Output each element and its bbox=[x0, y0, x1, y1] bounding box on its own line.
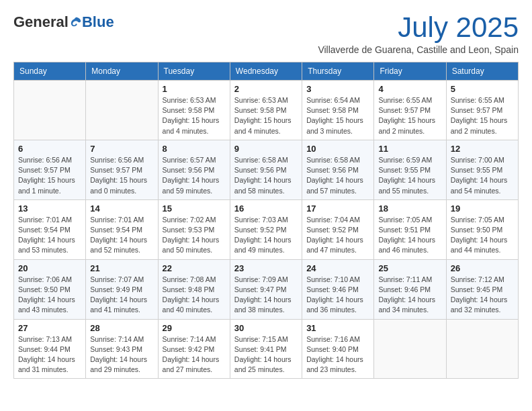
day-number: 17 bbox=[306, 203, 369, 214]
day-number: 20 bbox=[18, 263, 81, 273]
day-info: Sunrise: 7:08 AM Sunset: 9:48 PM Dayligh… bbox=[163, 275, 226, 316]
logo-blue-text: Blue bbox=[82, 13, 114, 31]
calendar-cell: 8Sunrise: 6:57 AM Sunset: 9:56 PM Daylig… bbox=[158, 140, 230, 199]
day-info: Sunrise: 7:13 AM Sunset: 9:44 PM Dayligh… bbox=[18, 334, 81, 375]
calendar-cell: 6Sunrise: 6:56 AM Sunset: 9:57 PM Daylig… bbox=[14, 140, 86, 199]
logo-general-text: General bbox=[13, 13, 69, 31]
day-info: Sunrise: 7:09 AM Sunset: 9:47 PM Dayligh… bbox=[234, 275, 298, 316]
location-subtitle: Villaverde de Guarena, Castille and Leon… bbox=[318, 44, 519, 55]
weekday-header-wednesday: Wednesday bbox=[230, 62, 302, 81]
calendar-cell: 25Sunrise: 7:11 AM Sunset: 9:46 PM Dayli… bbox=[374, 259, 446, 319]
day-info: Sunrise: 6:55 AM Sunset: 9:57 PM Dayligh… bbox=[378, 95, 441, 136]
day-number: 22 bbox=[163, 263, 226, 273]
calendar-cell: 21Sunrise: 7:07 AM Sunset: 9:49 PM Dayli… bbox=[86, 259, 158, 319]
logo-bird-icon bbox=[70, 16, 82, 28]
day-number: 4 bbox=[378, 84, 441, 94]
day-info: Sunrise: 7:12 AM Sunset: 9:45 PM Dayligh… bbox=[451, 275, 514, 316]
calendar-cell: 27Sunrise: 7:13 AM Sunset: 9:44 PM Dayli… bbox=[14, 319, 86, 379]
calendar-cell bbox=[374, 319, 446, 379]
calendar-cell: 20Sunrise: 7:06 AM Sunset: 9:50 PM Dayli… bbox=[14, 259, 86, 319]
day-info: Sunrise: 6:54 AM Sunset: 9:58 PM Dayligh… bbox=[306, 95, 369, 136]
day-number: 28 bbox=[90, 323, 153, 333]
month-year-title: July 2025 bbox=[318, 13, 519, 42]
weekday-header-monday: Monday bbox=[86, 62, 158, 81]
calendar-cell: 28Sunrise: 7:14 AM Sunset: 9:43 PM Dayli… bbox=[86, 319, 158, 379]
day-info: Sunrise: 7:11 AM Sunset: 9:46 PM Dayligh… bbox=[378, 275, 441, 316]
day-info: Sunrise: 7:05 AM Sunset: 9:51 PM Dayligh… bbox=[378, 215, 441, 256]
calendar-cell: 24Sunrise: 7:10 AM Sunset: 9:46 PM Dayli… bbox=[302, 259, 374, 319]
calendar-cell: 13Sunrise: 7:01 AM Sunset: 9:54 PM Dayli… bbox=[14, 199, 86, 259]
title-block: July 2025 Villaverde de Guarena, Castill… bbox=[318, 13, 519, 55]
day-info: Sunrise: 6:53 AM Sunset: 9:58 PM Dayligh… bbox=[163, 95, 226, 136]
calendar-cell: 11Sunrise: 6:59 AM Sunset: 9:55 PM Dayli… bbox=[374, 140, 446, 199]
calendar-week-row: 20Sunrise: 7:06 AM Sunset: 9:50 PM Dayli… bbox=[14, 259, 519, 319]
calendar-cell: 19Sunrise: 7:05 AM Sunset: 9:50 PM Dayli… bbox=[446, 199, 518, 259]
calendar-cell: 16Sunrise: 7:03 AM Sunset: 9:52 PM Dayli… bbox=[230, 199, 302, 259]
day-number: 25 bbox=[378, 263, 441, 273]
day-number: 21 bbox=[90, 263, 153, 273]
calendar-cell: 2Sunrise: 6:53 AM Sunset: 9:58 PM Daylig… bbox=[230, 81, 302, 140]
calendar-header-row: SundayMondayTuesdayWednesdayThursdayFrid… bbox=[14, 62, 519, 81]
day-info: Sunrise: 7:05 AM Sunset: 9:50 PM Dayligh… bbox=[451, 215, 514, 256]
day-number: 24 bbox=[306, 263, 369, 273]
weekday-header-friday: Friday bbox=[374, 62, 446, 81]
weekday-header-thursday: Thursday bbox=[302, 62, 374, 81]
day-info: Sunrise: 7:00 AM Sunset: 9:55 PM Dayligh… bbox=[451, 155, 514, 196]
day-info: Sunrise: 6:58 AM Sunset: 9:56 PM Dayligh… bbox=[234, 155, 298, 196]
day-info: Sunrise: 6:56 AM Sunset: 9:57 PM Dayligh… bbox=[18, 155, 81, 196]
day-number: 27 bbox=[18, 323, 81, 333]
day-number: 14 bbox=[90, 203, 153, 214]
day-number: 15 bbox=[163, 203, 226, 214]
day-number: 19 bbox=[451, 203, 514, 214]
calendar-cell bbox=[86, 81, 158, 140]
calendar-cell: 5Sunrise: 6:55 AM Sunset: 9:57 PM Daylig… bbox=[446, 81, 518, 140]
day-number: 29 bbox=[163, 323, 226, 333]
calendar-cell: 31Sunrise: 7:16 AM Sunset: 9:40 PM Dayli… bbox=[302, 319, 374, 379]
logo: General Blue bbox=[13, 13, 114, 31]
day-info: Sunrise: 7:01 AM Sunset: 9:54 PM Dayligh… bbox=[18, 215, 81, 256]
day-info: Sunrise: 6:59 AM Sunset: 9:55 PM Dayligh… bbox=[378, 155, 441, 196]
calendar-table: SundayMondayTuesdayWednesdayThursdayFrid… bbox=[13, 62, 519, 379]
day-info: Sunrise: 7:15 AM Sunset: 9:41 PM Dayligh… bbox=[234, 334, 298, 375]
calendar-cell: 23Sunrise: 7:09 AM Sunset: 9:47 PM Dayli… bbox=[230, 259, 302, 319]
day-number: 16 bbox=[234, 203, 298, 214]
day-number: 9 bbox=[234, 144, 298, 154]
day-info: Sunrise: 7:14 AM Sunset: 9:43 PM Dayligh… bbox=[90, 334, 153, 375]
calendar-cell: 4Sunrise: 6:55 AM Sunset: 9:57 PM Daylig… bbox=[374, 81, 446, 140]
day-info: Sunrise: 7:07 AM Sunset: 9:49 PM Dayligh… bbox=[90, 275, 153, 316]
day-info: Sunrise: 7:03 AM Sunset: 9:52 PM Dayligh… bbox=[234, 215, 298, 256]
calendar-cell bbox=[446, 319, 518, 379]
calendar-cell: 15Sunrise: 7:02 AM Sunset: 9:53 PM Dayli… bbox=[158, 199, 230, 259]
day-number: 5 bbox=[451, 84, 514, 94]
day-number: 10 bbox=[306, 144, 369, 154]
day-number: 18 bbox=[378, 203, 441, 214]
day-number: 31 bbox=[306, 323, 369, 333]
weekday-header-saturday: Saturday bbox=[446, 62, 518, 81]
day-number: 23 bbox=[234, 263, 298, 273]
calendar-cell: 14Sunrise: 7:01 AM Sunset: 9:54 PM Dayli… bbox=[86, 199, 158, 259]
day-info: Sunrise: 6:58 AM Sunset: 9:56 PM Dayligh… bbox=[306, 155, 369, 196]
day-number: 1 bbox=[163, 84, 226, 94]
day-info: Sunrise: 7:10 AM Sunset: 9:46 PM Dayligh… bbox=[306, 275, 369, 316]
calendar-cell: 17Sunrise: 7:04 AM Sunset: 9:52 PM Dayli… bbox=[302, 199, 374, 259]
day-info: Sunrise: 7:02 AM Sunset: 9:53 PM Dayligh… bbox=[163, 215, 226, 256]
calendar-cell: 12Sunrise: 7:00 AM Sunset: 9:55 PM Dayli… bbox=[446, 140, 518, 199]
day-number: 2 bbox=[234, 84, 298, 94]
day-info: Sunrise: 7:16 AM Sunset: 9:40 PM Dayligh… bbox=[306, 334, 369, 375]
day-number: 26 bbox=[451, 263, 514, 273]
calendar-cell: 30Sunrise: 7:15 AM Sunset: 9:41 PM Dayli… bbox=[230, 319, 302, 379]
day-info: Sunrise: 7:01 AM Sunset: 9:54 PM Dayligh… bbox=[90, 215, 153, 256]
day-info: Sunrise: 7:04 AM Sunset: 9:52 PM Dayligh… bbox=[306, 215, 369, 256]
calendar-cell: 7Sunrise: 6:56 AM Sunset: 9:57 PM Daylig… bbox=[86, 140, 158, 199]
weekday-header-tuesday: Tuesday bbox=[158, 62, 230, 81]
calendar-week-row: 6Sunrise: 6:56 AM Sunset: 9:57 PM Daylig… bbox=[14, 140, 519, 199]
day-info: Sunrise: 6:57 AM Sunset: 9:56 PM Dayligh… bbox=[163, 155, 226, 196]
day-number: 6 bbox=[18, 144, 81, 154]
day-number: 3 bbox=[306, 84, 369, 94]
day-number: 11 bbox=[378, 144, 441, 154]
calendar-cell: 29Sunrise: 7:14 AM Sunset: 9:42 PM Dayli… bbox=[158, 319, 230, 379]
calendar-cell bbox=[14, 81, 86, 140]
calendar-cell: 22Sunrise: 7:08 AM Sunset: 9:48 PM Dayli… bbox=[158, 259, 230, 319]
day-info: Sunrise: 7:06 AM Sunset: 9:50 PM Dayligh… bbox=[18, 275, 81, 316]
day-number: 30 bbox=[234, 323, 298, 333]
